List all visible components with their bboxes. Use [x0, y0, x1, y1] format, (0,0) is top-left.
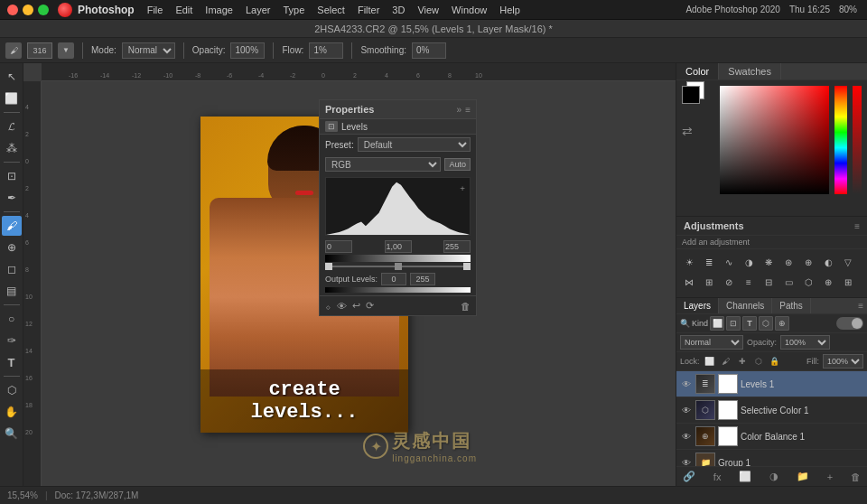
filter-adj-btn[interactable]: ⊡: [726, 316, 741, 331]
magic-wand-tool[interactable]: ⁂: [2, 138, 22, 158]
layer-adjustment-btn[interactable]: ◑: [767, 470, 781, 483]
canvas-area[interactable]: -16 -14 -12 -10 -8 -6 -4 -2 0 2 4 6 8 10…: [23, 63, 676, 486]
menu-view[interactable]: View: [412, 3, 444, 17]
output-max-input[interactable]: [410, 273, 435, 285]
flow-input[interactable]: [309, 42, 343, 59]
adj-vibrance[interactable]: ❋: [760, 253, 778, 271]
hand-tool[interactable]: ✋: [2, 402, 22, 422]
auto-button[interactable]: Auto: [444, 158, 471, 171]
maximize-button[interactable]: [38, 5, 49, 15]
move-tool[interactable]: ↖: [2, 67, 22, 87]
eye-icon[interactable]: 👁: [337, 301, 347, 312]
layer-colorbalance1[interactable]: 👁 ⊕ Color Balance 1: [676, 424, 867, 450]
menu-select[interactable]: Select: [312, 3, 350, 17]
adj-threshold[interactable]: ⊟: [760, 273, 778, 291]
filter-smart-btn[interactable]: ⊕: [775, 316, 789, 331]
color-hue-slider[interactable]: [834, 86, 847, 194]
layer-group-btn[interactable]: 📁: [794, 470, 812, 483]
canvas-content[interactable]: create levels... Properties » ≡ ⊡ Levels: [42, 81, 676, 486]
lock-position-btn[interactable]: ✚: [736, 355, 749, 368]
delete-icon[interactable]: 🗑: [461, 301, 471, 312]
tab-channels[interactable]: Channels: [719, 298, 772, 313]
panel-expand-icon[interactable]: »: [457, 105, 462, 115]
adj-bw[interactable]: ◐: [819, 253, 837, 271]
layer-mask-btn[interactable]: ⬜: [736, 470, 754, 483]
panel-menu-icon[interactable]: ≡: [465, 105, 471, 115]
layer-eye-levels1[interactable]: 👁: [680, 378, 693, 390]
smoothing-input[interactable]: [412, 42, 446, 59]
layer-eye-group1[interactable]: 👁: [680, 456, 693, 466]
adj-channelmixer[interactable]: ⋈: [680, 273, 698, 291]
menu-window[interactable]: Window: [446, 3, 492, 17]
lock-pixel-btn[interactable]: 🖌: [720, 355, 732, 368]
layers-panel-menu-icon[interactable]: ≡: [854, 299, 867, 313]
path-tool[interactable]: ⬡: [2, 380, 22, 400]
eyedropper-tool[interactable]: ✒: [2, 188, 22, 208]
levels-input-max[interactable]: [443, 240, 471, 253]
color-gradient-picker[interactable]: [720, 86, 829, 194]
adj-selectivecolor[interactable]: ⬡: [799, 273, 817, 291]
minimize-button[interactable]: [23, 5, 33, 15]
levels-input-mid[interactable]: [385, 240, 412, 253]
adj-colorbalance[interactable]: ⊕: [799, 253, 817, 271]
layer-group1[interactable]: 👁 📁 Group 1: [676, 450, 867, 466]
output-min-input[interactable]: [381, 273, 406, 285]
layer-link-btn[interactable]: 🔗: [680, 470, 698, 483]
filter-pixel-btn[interactable]: ⬜: [710, 316, 724, 331]
fill-select[interactable]: 100%: [823, 354, 863, 369]
menu-help[interactable]: Help: [494, 3, 526, 17]
blend-mode-select[interactable]: Normal: [680, 335, 743, 350]
slider-thumb-mid[interactable]: [395, 263, 402, 270]
lock-artboard-btn[interactable]: ⬡: [752, 355, 765, 368]
menu-file[interactable]: File: [142, 3, 169, 17]
close-button[interactable]: [7, 5, 18, 15]
brush-tool[interactable]: 🖌: [2, 216, 22, 236]
adj-invert[interactable]: ⊘: [720, 273, 738, 291]
clip-to-layer-icon[interactable]: ⬦: [325, 301, 331, 312]
slider-thumb-white[interactable]: [463, 263, 471, 270]
brush-tool-icon[interactable]: 🖌: [5, 42, 22, 59]
layer-style-btn[interactable]: fx: [711, 471, 724, 483]
adj-exposure[interactable]: ◑: [740, 253, 758, 271]
pen-tool[interactable]: ✑: [2, 331, 22, 350]
menu-edit[interactable]: Edit: [170, 3, 198, 17]
reset-icon[interactable]: ⟳: [366, 300, 374, 312]
menu-image[interactable]: Image: [200, 3, 238, 17]
menu-3d[interactable]: 3D: [387, 3, 410, 17]
channel-select[interactable]: RGB: [325, 157, 441, 172]
mode-select[interactable]: Normal: [122, 42, 175, 59]
adj-curves[interactable]: ∿: [720, 253, 738, 271]
layer-eye-selective1[interactable]: 👁: [680, 404, 693, 416]
tab-color[interactable]: Color: [676, 63, 719, 79]
foreground-color-swatch[interactable]: [682, 86, 700, 104]
tab-paths[interactable]: Paths: [772, 298, 811, 313]
app-name[interactable]: Photoshop: [78, 4, 135, 16]
layer-eye-colorbalance1[interactable]: 👁: [680, 430, 693, 443]
menu-filter[interactable]: Filter: [352, 3, 385, 17]
levels-input-min[interactable]: [325, 240, 352, 253]
tab-swatches[interactable]: Swatches: [719, 63, 781, 79]
gradient-tool[interactable]: ▤: [2, 281, 22, 301]
adj-more[interactable]: ⊕: [819, 273, 837, 291]
prev-state-icon[interactable]: ↩: [352, 300, 360, 312]
layer-selective1[interactable]: 👁 ⬡ Selective Color 1: [676, 397, 867, 424]
layer-delete-btn[interactable]: 🗑: [848, 471, 863, 483]
text-tool[interactable]: T: [2, 352, 22, 372]
menu-layer[interactable]: Layer: [240, 3, 276, 17]
adj-hue[interactable]: ⊛: [779, 253, 797, 271]
layer-levels1[interactable]: 👁 ≣ Levels 1: [676, 371, 867, 397]
lasso-tool[interactable]: 𝓛: [2, 117, 22, 136]
adj-levels[interactable]: ≣: [700, 253, 718, 271]
crop-tool[interactable]: ⊡: [2, 166, 22, 186]
opacity-input[interactable]: [230, 42, 265, 59]
adj-grid[interactable]: ⊞: [839, 273, 857, 291]
lock-transparent-btn[interactable]: ⬜: [704, 355, 716, 368]
adj-brightness[interactable]: ☀: [680, 253, 698, 271]
tab-layers[interactable]: Layers: [676, 298, 719, 313]
opacity-select[interactable]: 100%: [780, 335, 830, 350]
adj-colorlookup[interactable]: ⊞: [700, 273, 718, 291]
marquee-tool[interactable]: ⬜: [2, 89, 22, 108]
adj-posterize[interactable]: ≡: [740, 273, 758, 291]
menu-type[interactable]: Type: [277, 3, 310, 17]
zoom-tool[interactable]: 🔍: [2, 424, 22, 443]
